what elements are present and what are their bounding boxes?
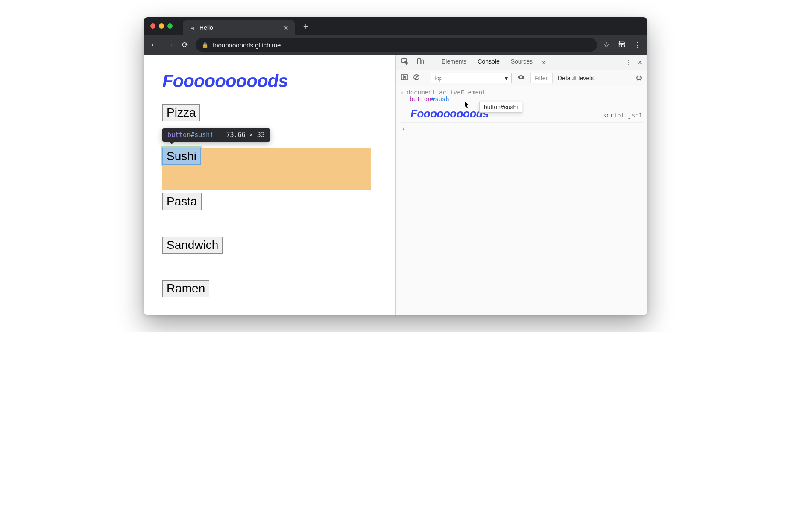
window-close-button[interactable]	[150, 23, 155, 29]
mouse-cursor-icon	[464, 101, 470, 110]
element-inspect-tooltip: button#sushi | 73.66 × 33	[162, 128, 270, 142]
devtools-close-icon[interactable]: ✕	[637, 59, 642, 66]
tab-title: Hello!	[199, 24, 215, 31]
margin-highlight-overlay: Sushi	[162, 148, 371, 190]
incognito-icon	[618, 40, 626, 50]
back-button[interactable]: ←	[149, 41, 159, 50]
divider	[425, 74, 425, 82]
browser-tab[interactable]: 🗎 Hello! ✕	[183, 20, 295, 35]
divider	[432, 58, 432, 66]
svg-rect-4	[421, 60, 423, 64]
devtools-panel: Elements Console Sources » ⋮ ✕ top	[396, 55, 647, 315]
console-sidebar-toggle-icon[interactable]	[401, 74, 408, 82]
chevron-down-icon: ▾	[505, 75, 508, 82]
devtools-menu-icon[interactable]: ⋮	[625, 59, 631, 66]
browser-window: 🗎 Hello! ✕ ＋ ← → ⟳ 🔒 fooooooooods.glitch…	[144, 17, 647, 315]
address-bar[interactable]: 🔒 fooooooooods.glitch.me	[196, 38, 597, 52]
device-toolbar-icon[interactable]	[416, 58, 424, 67]
svg-point-0	[619, 44, 622, 47]
result-tag: button	[410, 96, 431, 102]
result-id: #sushi	[431, 96, 453, 102]
devtools-tab-bar: Elements Console Sources » ⋮ ✕	[396, 55, 647, 70]
browser-menu-icon[interactable]: ⋮	[634, 40, 642, 50]
url-text: fooooooooods.glitch.me	[213, 41, 281, 49]
console-filter-bar: top ▾ Filter Default levels ⚙	[396, 70, 647, 86]
more-tabs-icon[interactable]: »	[542, 58, 546, 66]
food-button-pizza[interactable]: Pizza	[162, 104, 200, 121]
food-button-pasta[interactable]: Pasta	[162, 193, 202, 210]
food-button-ramen[interactable]: Ramen	[162, 280, 209, 297]
page-viewport: Fooooooooods Pizza button#sushi | 73.66 …	[144, 55, 396, 315]
page-heading: Fooooooooods	[162, 71, 377, 91]
food-button-sandwich[interactable]: Sandwich	[162, 237, 223, 254]
clear-console-icon[interactable]	[413, 74, 420, 82]
food-button-sushi[interactable]: Sushi	[162, 148, 201, 165]
console-log-text: Fooooooooods	[410, 107, 489, 120]
page-icon: 🗎	[189, 24, 195, 32]
console-output: ✕ document.activeElement button#sushi bu…	[396, 86, 647, 136]
inspect-element-icon[interactable]	[401, 58, 409, 67]
tab-sources[interactable]: Sources	[509, 57, 534, 67]
browser-toolbar: ← → ⟳ 🔒 fooooooooods.glitch.me ☆ ⋮	[144, 35, 647, 55]
context-selector-value: top	[434, 75, 442, 82]
new-tab-button[interactable]: ＋	[302, 20, 310, 32]
tab-elements[interactable]: Elements	[440, 57, 468, 67]
tab-console[interactable]: Console	[476, 57, 501, 67]
console-filter-input[interactable]: Filter	[530, 73, 553, 83]
toolbar-right: ☆ ⋮	[603, 40, 642, 50]
live-expression-text[interactable]: document.activeElement	[407, 89, 486, 96]
bookmark-star-icon[interactable]: ☆	[603, 40, 610, 50]
food-list: Pizza button#sushi | 73.66 × 33 Sushi Pa…	[162, 104, 377, 297]
context-selector[interactable]: top ▾	[431, 73, 512, 83]
log-levels-selector[interactable]: Default levels	[558, 75, 594, 82]
source-link[interactable]: script.js:1	[603, 112, 642, 119]
tooltip-id: #sushi	[190, 131, 214, 139]
reload-button[interactable]: ⟳	[180, 40, 190, 50]
hover-tooltip: button#sushi	[479, 102, 522, 113]
live-expression-row: ✕ document.activeElement	[400, 89, 643, 96]
svg-point-1	[622, 44, 625, 47]
tooltip-tag: button	[167, 131, 190, 139]
filter-placeholder: Filter	[534, 75, 548, 82]
content-area: Fooooooooods Pizza button#sushi | 73.66 …	[144, 55, 647, 315]
window-minimize-button[interactable]	[159, 23, 164, 29]
lock-icon: 🔒	[202, 42, 208, 48]
window-maximize-button[interactable]	[167, 23, 173, 29]
window-controls	[147, 23, 179, 29]
tab-strip: 🗎 Hello! ✕ ＋	[144, 17, 647, 35]
console-settings-icon[interactable]: ⚙	[636, 73, 642, 83]
live-expression-icon[interactable]	[517, 74, 525, 82]
close-tab-icon[interactable]: ✕	[283, 24, 289, 32]
console-prompt-icon[interactable]: ›	[402, 125, 643, 132]
remove-expression-icon[interactable]: ✕	[400, 90, 403, 96]
svg-rect-3	[418, 59, 421, 64]
live-expression-result[interactable]: button#sushi	[410, 96, 643, 102]
forward-button[interactable]: →	[165, 41, 174, 50]
tooltip-dimensions: 73.66 × 33	[226, 131, 264, 139]
